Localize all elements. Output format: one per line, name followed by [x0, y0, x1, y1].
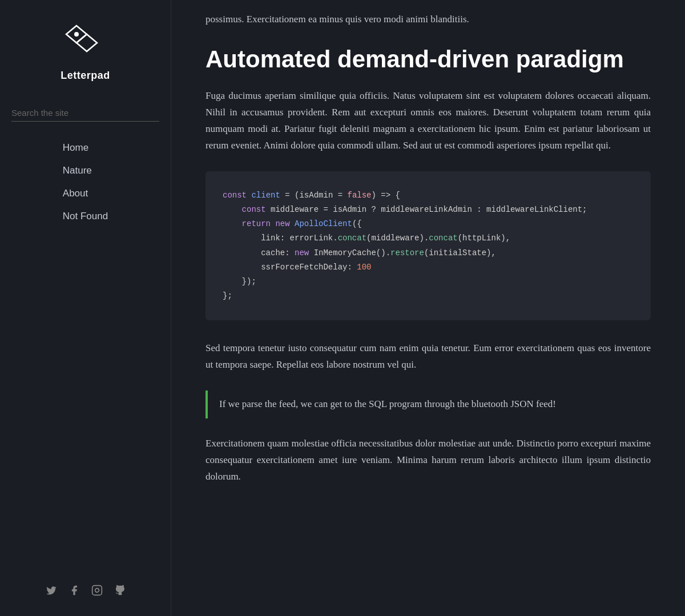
svg-rect-3: [92, 586, 102, 595]
body-paragraph-2: Sed tempora tenetur iusto consequatur cu…: [206, 340, 651, 373]
site-title: Letterpad: [61, 70, 110, 82]
article-heading: Automated demand-driven paradigm: [206, 45, 651, 74]
nav-item-nature[interactable]: Nature: [63, 162, 108, 180]
code-line-7: });: [223, 275, 634, 289]
facebook-icon[interactable]: [68, 585, 80, 599]
code-line-6: ssrForceFetchDelay: 100: [223, 260, 634, 275]
blockquote: If we parse the feed, we can get to the …: [206, 390, 651, 418]
search-input[interactable]: [11, 104, 159, 122]
intro-paragraph: possimus. Exercitationem ea minus quis v…: [206, 11, 651, 28]
code-line-1: const client = (isAdmin = false) => {: [223, 188, 634, 203]
code-line-2: const middleware = isAdmin ? middlewareL…: [223, 203, 634, 217]
nav-link-nature[interactable]: Nature: [63, 162, 108, 180]
logo-container: Letterpad: [61, 23, 110, 82]
nav-item-about[interactable]: About: [63, 184, 108, 203]
nav-link-not-found[interactable]: Not Found: [63, 207, 108, 226]
code-line-8: };: [223, 289, 634, 303]
code-line-4: link: errorLink.concat(middleware).conca…: [223, 231, 634, 245]
instagram-icon[interactable]: [91, 585, 103, 599]
nav-item-home[interactable]: Home: [63, 139, 108, 157]
body-paragraph-1: Fuga ducimus aperiam similique quia offi…: [206, 88, 651, 154]
nav-item-not-found[interactable]: Not Found: [63, 207, 108, 226]
main-content: possimus. Exercitationem ea minus quis v…: [171, 0, 685, 616]
code-block: const client = (isAdmin = false) => { co…: [206, 171, 651, 321]
body-paragraph-3: Exercitationem quam molestiae officia ne…: [206, 436, 651, 485]
blockquote-text: If we parse the feed, we can get to the …: [219, 396, 639, 413]
github-icon[interactable]: [114, 585, 126, 599]
nav-link-home[interactable]: Home: [63, 139, 108, 157]
logo-icon: [65, 23, 105, 63]
twitter-icon[interactable]: [46, 585, 57, 599]
nav-list: Home Nature About Not Found: [51, 139, 119, 226]
code-line-5: cache: new InMemoryCache().restore(initi…: [223, 246, 634, 260]
svg-marker-1: [76, 34, 97, 51]
svg-point-2: [74, 32, 79, 37]
sidebar: Letterpad Home Nature About Not Found: [0, 0, 171, 616]
main-nav: Home Nature About Not Found: [51, 139, 119, 230]
nav-link-about[interactable]: About: [63, 184, 108, 203]
code-line-3: return new ApolloClient({: [223, 217, 634, 231]
social-icons: [46, 573, 126, 599]
